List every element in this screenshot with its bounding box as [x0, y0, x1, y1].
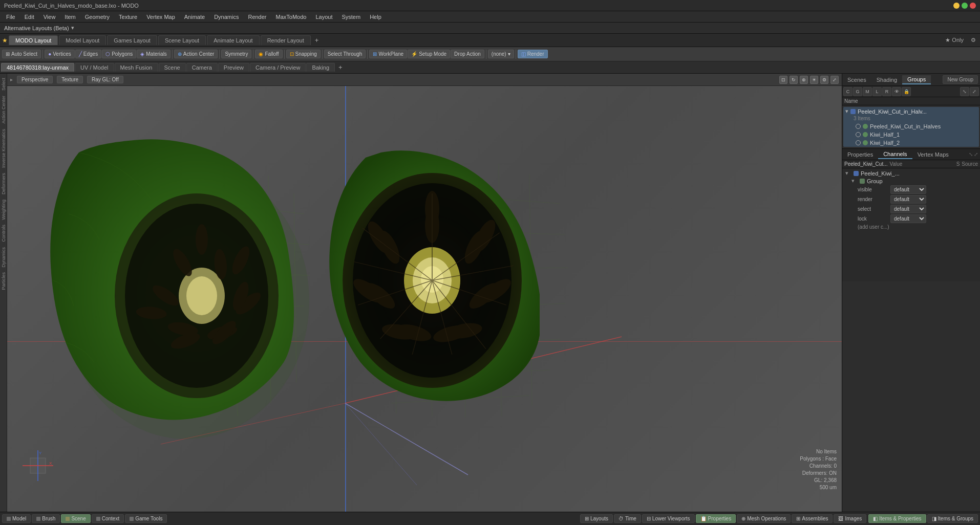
child-item-3[interactable]: Kiwi_Half_2 — [843, 139, 979, 147]
status-btn-mesh-operations[interactable]: ⊕ Mesh Operations — [737, 514, 791, 523]
status-btn-assemblies[interactable]: ⊞ Assemblies — [792, 514, 833, 523]
prop-parent-row[interactable]: ▾ Peeled_Kiwi_... — [843, 169, 979, 177]
vertices-button[interactable]: ● Vertices — [45, 50, 75, 58]
status-btn-brush[interactable]: Brush — [32, 514, 60, 523]
render-dropdown[interactable]: default on off — [890, 195, 926, 204]
star-only-toggle[interactable]: ★ Only — [941, 36, 968, 45]
select-dropdown[interactable]: default on off — [890, 205, 926, 213]
materials-button[interactable]: ◈ Materials — [137, 50, 171, 58]
sync-icon[interactable]: ↻ — [790, 76, 798, 84]
menu-item[interactable]: Item — [60, 13, 79, 21]
tab-scene-layout[interactable]: Scene Layout — [158, 35, 206, 45]
menu-texture[interactable]: Texture — [115, 13, 141, 21]
add-layout-tab[interactable]: + — [312, 35, 322, 46]
zoom-icon[interactable]: ⊕ — [800, 76, 808, 84]
action-center-button[interactable]: ⊕ Action Center — [174, 50, 218, 58]
status-btn-game-tools[interactable]: Game Tools — [125, 514, 167, 523]
sidebar-label-action-center[interactable]: Action Center — [0, 94, 7, 126]
minimize-button[interactable] — [953, 3, 960, 9]
sidebar-label-ik[interactable]: Inverse Kinematics — [0, 127, 7, 170]
sidebar-label-select[interactable]: Select — [0, 76, 7, 93]
status-btn-lower-viewports[interactable]: ⊟ Lower Viewports — [642, 514, 695, 523]
scene-tb-lgt[interactable]: L — [872, 87, 882, 96]
menu-render[interactable]: Render — [244, 13, 270, 21]
scene-tb-eye[interactable]: 👁 — [892, 87, 901, 96]
workplane-button[interactable]: ⊞ WorkPlane — [369, 50, 407, 58]
visible-dropdown[interactable]: default on off — [890, 185, 926, 194]
settings-icon[interactable]: ⚙ — [969, 37, 978, 43]
window-controls[interactable] — [953, 3, 976, 9]
ray-gl-button[interactable]: Ray GL: Off — [87, 76, 123, 83]
drop-action-button[interactable]: Drop Action — [451, 50, 484, 58]
scene-tb-lock[interactable]: 🔒 — [902, 87, 911, 96]
beta-dropdown-icon[interactable]: ▾ — [71, 25, 74, 31]
status-btn-scene[interactable]: Scene — [61, 514, 90, 523]
tab-scene[interactable]: Scene — [159, 63, 186, 72]
tab-mesh-fusion[interactable]: Mesh Fusion — [115, 63, 158, 72]
tab-properties[interactable]: Properties — [842, 150, 878, 159]
falloff-button[interactable]: ◉ Falloff — [255, 50, 282, 58]
tab-render-layout[interactable]: Render Layout — [261, 35, 311, 45]
prop-expand-icon[interactable]: ▾ — [845, 170, 851, 177]
menu-help[interactable]: Help — [366, 13, 386, 21]
none-dropdown[interactable]: (none) ▾ — [488, 50, 514, 58]
light-icon[interactable]: ☀ — [810, 76, 818, 84]
perspective-button[interactable]: Perspective — [17, 76, 53, 83]
bottom-resize-icon-2[interactable]: ⤢ — [974, 151, 978, 157]
scene-tb-resize1[interactable]: ⤡ — [960, 87, 969, 96]
maximize-button[interactable] — [962, 3, 968, 9]
menu-system[interactable]: System — [337, 13, 365, 21]
sidebar-label-weighting[interactable]: Weighting — [0, 198, 7, 222]
tab-model-layout[interactable]: Model Layout — [59, 35, 106, 45]
menu-layout[interactable]: Layout — [311, 13, 336, 21]
prop-group-row[interactable]: ▾ Group — [843, 177, 979, 185]
new-group-button[interactable]: New Group — [943, 75, 978, 84]
tab-camera-preview[interactable]: Camera / Preview — [250, 63, 306, 72]
menu-edit[interactable]: Edit — [20, 13, 38, 21]
status-btn-model[interactable]: Model — [2, 514, 31, 523]
settings-icon[interactable]: ⚙ — [820, 76, 828, 84]
add-view-tab[interactable]: + — [335, 62, 346, 72]
expand-icon[interactable]: ⤢ — [830, 76, 839, 84]
menu-vertex-map[interactable]: Vertex Map — [142, 13, 179, 21]
tab-channels[interactable]: Channels — [878, 150, 912, 159]
scene-tb-resize2[interactable]: ⤢ — [970, 87, 979, 96]
tab-games-layout[interactable]: Games Layout — [107, 35, 157, 45]
menu-maxtomode[interactable]: MaxToModo — [272, 13, 311, 21]
tab-lay-unmax[interactable]: 48146780318:lay-unmax — [1, 63, 74, 72]
tab-vertex-maps[interactable]: Vertex Maps — [912, 150, 954, 159]
bottom-resize-icon-1[interactable]: ⤡ — [969, 151, 973, 157]
lock-dropdown[interactable]: default on off — [890, 214, 926, 223]
tab-camera[interactable]: Camera — [186, 63, 218, 72]
menu-file[interactable]: File — [2, 13, 19, 21]
tab-baking[interactable]: Baking — [306, 63, 335, 72]
prop-group-expand-icon[interactable]: ▾ — [851, 178, 858, 184]
symmetry-button[interactable]: Symmetry — [221, 50, 251, 58]
select-through-button[interactable]: Select Through — [324, 50, 366, 58]
sidebar-label-particles[interactable]: Particles — [0, 270, 7, 292]
scene-tb-geo[interactable]: G — [853, 87, 862, 96]
status-btn-images[interactable]: 🖼 Images — [834, 514, 866, 523]
add-user-channel[interactable]: (add user c...) — [843, 224, 979, 230]
sidebar-label-deformers[interactable]: Deformers — [0, 171, 7, 196]
setup-mode-button[interactable]: ⚡ Setup Mode — [408, 50, 450, 58]
snapping-button[interactable]: ⊡ Snapping — [286, 50, 321, 58]
kiwi-viewport-canvas[interactable]: X Y No Items Polygons : Face Channels: 0… — [7, 86, 842, 512]
tab-animate-layout[interactable]: Animate Layout — [207, 35, 259, 45]
scene-tb-cam[interactable]: C — [843, 87, 853, 96]
texture-button[interactable]: Texture — [57, 76, 83, 83]
close-button[interactable] — [970, 3, 976, 9]
status-btn-items-groups[interactable]: ◨ Items & Groups — [927, 514, 978, 523]
status-btn-properties[interactable]: 📋 Properties — [696, 514, 736, 523]
status-btn-items-properties[interactable]: ◧ Items & Properties — [868, 514, 926, 523]
sidebar-label-dynamics[interactable]: Dynamics — [0, 245, 7, 270]
tab-preview[interactable]: Preview — [218, 63, 249, 72]
status-btn-context[interactable]: Context — [92, 514, 124, 523]
tab-modo-layout[interactable]: MODO Layout — [9, 35, 58, 45]
menu-view[interactable]: View — [39, 13, 60, 21]
scene-tb-mat[interactable]: M — [863, 87, 872, 96]
child-item-1[interactable]: Peeled_Kiwi_Cut_in_Halves — [843, 122, 979, 130]
tab-groups[interactable]: Groups — [902, 75, 931, 84]
menu-dynamics[interactable]: Dynamics — [210, 13, 243, 21]
status-btn-layouts[interactable]: ⊞ Layouts — [580, 514, 613, 523]
